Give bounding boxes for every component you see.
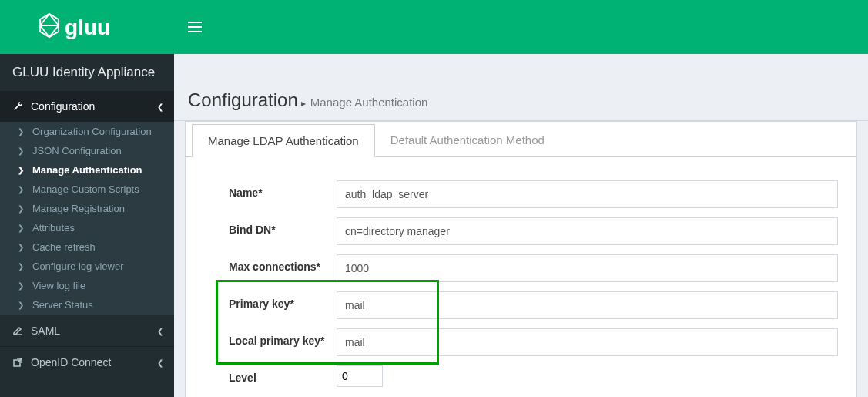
chevron-right-icon: ❯ xyxy=(15,281,26,290)
sidebar-sub-label: JSON Configuration xyxy=(32,145,122,156)
tab-label: Default Authentication Method xyxy=(390,133,545,146)
page-title: Configuration xyxy=(188,89,298,111)
label-local-primary-key: Local primary key* xyxy=(229,328,337,347)
sidebar-sub-label: Configure log viewer xyxy=(32,261,124,272)
sidebar-item-manage-registration[interactable]: ❯Manage Registration xyxy=(0,199,174,218)
sidebar-item-manage-auth[interactable]: ❯Manage Authentication xyxy=(0,160,174,180)
logo-area: gluu xyxy=(0,0,174,54)
chevron-right-icon: ❯ xyxy=(15,224,26,232)
hamburger-icon[interactable] xyxy=(188,22,202,32)
sidebar-item-view-log[interactable]: ❯View log file xyxy=(0,276,174,295)
page-subtitle: Manage Authentication xyxy=(310,96,428,109)
input-bind-dn[interactable] xyxy=(337,217,838,245)
input-max-conn[interactable] xyxy=(337,254,838,282)
input-local-primary-key[interactable] xyxy=(337,328,838,356)
row-max-conn: Max connections* xyxy=(229,250,838,287)
row-name: Name* xyxy=(229,176,838,213)
sidebar-item-log-viewer[interactable]: ❯Configure log viewer xyxy=(0,257,174,276)
chevron-left-icon: ❮ xyxy=(157,327,163,335)
input-name[interactable] xyxy=(337,180,838,208)
chevron-right-icon: ❯ xyxy=(15,301,26,309)
row-level: Level xyxy=(229,361,838,392)
row-bind-dn: Bind DN* xyxy=(229,213,838,250)
main-content: Configuration ▸ Manage Authentication Ma… xyxy=(174,54,868,397)
chevron-right-icon: ❯ xyxy=(15,146,26,155)
sidebar-sub-label: Organization Configuration xyxy=(32,126,152,137)
sidebar-openid-label: OpenID Connect xyxy=(31,356,111,368)
sidebar: GLUU Identity Appliance Configuration ❮ … xyxy=(0,54,174,397)
breadcrumb-sep-icon: ▸ xyxy=(301,98,306,109)
sidebar-item-saml[interactable]: SAML ❮ xyxy=(0,315,174,346)
label-level: Level xyxy=(229,365,337,384)
chevron-right-icon: ❯ xyxy=(15,243,26,251)
sidebar-config-label: Configuration xyxy=(31,100,95,113)
panel: Manage LDAP Authentication Default Authe… xyxy=(185,121,857,397)
sidebar-item-custom-scripts[interactable]: ❯Manage Custom Scripts xyxy=(0,180,174,199)
svg-line-4 xyxy=(40,25,49,37)
row-primary-key: Primary key* xyxy=(229,287,838,324)
label-max-conn: Max connections* xyxy=(229,254,337,273)
top-bar: gluu xyxy=(0,0,868,54)
chevron-right-icon: ❯ xyxy=(15,127,26,136)
label-name: Name* xyxy=(229,180,337,199)
external-link-icon xyxy=(11,357,25,368)
sidebar-sub-label: Cache refresh xyxy=(32,241,96,253)
label-bind-dn: Bind DN* xyxy=(229,217,337,236)
tab-manage-ldap[interactable]: Manage LDAP Authentication xyxy=(192,124,375,157)
edit-icon xyxy=(11,325,25,336)
sidebar-sub-label: Manage Authentication xyxy=(32,164,142,176)
svg-text:gluu: gluu xyxy=(65,15,110,39)
chevron-down-icon: ❮ xyxy=(157,103,163,111)
sidebar-item-json-config[interactable]: ❯JSON Configuration xyxy=(0,141,174,160)
tabs: Manage LDAP Authentication Default Authe… xyxy=(186,122,856,157)
sidebar-sub-label: Attributes xyxy=(32,222,75,234)
tab-default-auth[interactable]: Default Authentication Method xyxy=(375,124,560,156)
chevron-right-icon: ❯ xyxy=(15,204,26,213)
chevron-right-icon: ❯ xyxy=(15,166,26,174)
chevron-right-icon: ❯ xyxy=(15,185,26,193)
sidebar-item-org-config[interactable]: ❯Organization Configuration xyxy=(0,122,174,141)
sidebar-saml-label: SAML xyxy=(31,325,60,337)
form-area: Name* Bind DN* Max connections* Primary … xyxy=(186,157,856,397)
chevron-right-icon: ❯ xyxy=(15,262,26,271)
sidebar-sub-label: Manage Custom Scripts xyxy=(32,183,139,195)
svg-line-2 xyxy=(49,14,59,25)
sidebar-subnav: ❯Organization Configuration ❯JSON Config… xyxy=(0,122,174,315)
chevron-left-icon: ❮ xyxy=(157,358,163,367)
input-primary-key[interactable] xyxy=(337,291,838,319)
sidebar-item-cache-refresh[interactable]: ❯Cache refresh xyxy=(0,237,174,257)
label-primary-key: Primary key* xyxy=(229,291,337,310)
sidebar-item-configuration[interactable]: Configuration ❮ xyxy=(0,91,174,122)
sidebar-sub-label: Manage Registration xyxy=(32,203,125,214)
wrench-icon xyxy=(11,101,25,112)
gluu-logo: gluu xyxy=(37,12,137,42)
tab-label: Manage LDAP Authentication xyxy=(208,134,359,147)
sidebar-item-attributes[interactable]: ❯Attributes xyxy=(0,218,174,237)
input-level[interactable] xyxy=(337,365,383,387)
top-bar-right xyxy=(174,0,868,54)
svg-line-5 xyxy=(49,25,59,37)
row-local-primary-key: Local primary key* xyxy=(229,324,838,361)
sidebar-item-openid[interactable]: OpenID Connect ❮ xyxy=(0,346,174,378)
sidebar-sub-label: View log file xyxy=(32,280,85,291)
sidebar-item-server-status[interactable]: ❯Server Status xyxy=(0,295,174,315)
svg-line-1 xyxy=(40,14,49,25)
app-title: GLUU Identity Appliance xyxy=(0,54,174,91)
sidebar-sub-label: Server Status xyxy=(32,299,93,311)
breadcrumb: Configuration ▸ Manage Authentication xyxy=(174,77,868,121)
